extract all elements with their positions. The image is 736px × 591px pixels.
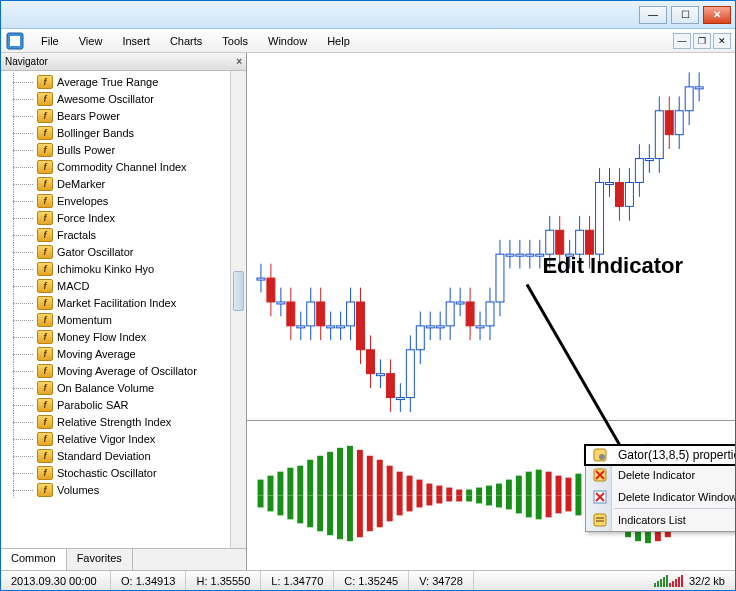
navigator-item[interactable]: fStochastic Oscillator [1,464,246,481]
indicator-icon: f [37,483,53,497]
svg-rect-106 [327,452,333,496]
svg-rect-39 [436,326,444,328]
svg-rect-142 [506,480,512,496]
indicator-icon: f [37,330,53,344]
ctx-item-properties[interactable]: Gator(13,8,5) properties... [584,444,735,466]
indicator-icon: f [37,398,53,412]
navigator-item[interactable]: fRelative Vigor Index [1,430,246,447]
status-volume: V: 34728 [409,571,474,590]
svg-rect-9 [287,302,295,326]
navigator-item[interactable]: fDeMarker [1,175,246,192]
navigator-item[interactable]: fBears Power [1,107,246,124]
svg-rect-135 [466,496,472,502]
navigator-item[interactable]: fIchimoku Kinko Hyo [1,260,246,277]
navigator-tree[interactable]: fAverage True RangefAwesome OscillatorfB… [1,71,246,548]
navigator-item[interactable]: fMomentum [1,311,246,328]
navigator-item[interactable]: fMoving Average [1,345,246,362]
navigator-item[interactable]: fMoney Flow Index [1,328,246,345]
mdi-close-button[interactable]: ✕ [713,33,731,49]
svg-rect-15 [317,302,325,326]
menu-view[interactable]: View [69,32,113,50]
navigator-scrollbar[interactable] [230,71,246,548]
navigator-item[interactable]: fBulls Power [1,141,246,158]
mdi-minimize-button[interactable]: — [673,33,691,49]
svg-rect-114 [367,456,373,496]
menu-help[interactable]: Help [317,32,360,50]
navigator-item[interactable]: fAwesome Oscillator [1,90,246,107]
chart-area[interactable]: Edit Indicator Gator(13,8,5) properties.… [247,53,735,570]
indicator-icon: f [37,296,53,310]
svg-rect-5 [267,278,275,302]
svg-rect-105 [317,496,323,532]
svg-rect-33 [406,350,414,398]
svg-rect-129 [436,496,442,504]
svg-rect-138 [486,486,492,496]
navigator-item[interactable]: fAverage True Range [1,73,246,90]
indicator-icon: f [37,228,53,242]
svg-rect-113 [357,496,363,538]
navigator-item[interactable]: fMarket Facilitation Index [1,294,246,311]
navigator-item[interactable]: fMACD [1,277,246,294]
tab-favorites[interactable]: Favorites [67,549,133,570]
indicator-icon: f [37,449,53,463]
navigator-item[interactable]: fOn Balance Volume [1,379,246,396]
navigator-item-label: Force Index [57,212,115,224]
svg-rect-140 [496,484,502,496]
navigator-item[interactable]: fMoving Average of Oscillator [1,362,246,379]
svg-rect-107 [327,496,333,536]
ctx-item-delete-window[interactable]: Delete Indicator Window [586,486,735,508]
status-datetime: 2013.09.30 00:00 [1,571,111,590]
navigator-item[interactable]: fGator Oscillator [1,243,246,260]
navigator-item[interactable]: fRelative Strength Index [1,413,246,430]
window-maximize-button[interactable]: ☐ [671,6,699,24]
svg-rect-155 [566,496,572,512]
navigator-item[interactable]: fParabolic SAR [1,396,246,413]
mdi-restore-button[interactable]: ❐ [693,33,711,49]
navigator-close-button[interactable]: × [236,56,242,67]
window-close-button[interactable]: ✕ [703,6,731,24]
navigator-item[interactable]: fBollinger Bands [1,124,246,141]
indicator-icon: f [37,143,53,157]
svg-rect-137 [476,496,482,504]
tab-common[interactable]: Common [1,549,67,570]
network-bars-icon [654,575,683,587]
menu-file[interactable]: File [31,32,69,50]
menu-insert[interactable]: Insert [112,32,160,50]
ctx-item-indicators-list[interactable]: Indicators List Ctrl+I [586,509,735,531]
indicator-icon: f [37,262,53,276]
svg-rect-133 [456,496,462,502]
svg-rect-49 [486,302,494,326]
ctx-item-delete-indicator[interactable]: Delete Indicator [586,464,735,486]
svg-rect-7 [277,302,285,304]
navigator-item[interactable]: fStandard Deviation [1,447,246,464]
navigator-item-label: Bears Power [57,110,120,122]
navigator-item-label: Momentum [57,314,112,326]
svg-rect-99 [287,496,293,520]
indicator-icon: f [37,194,53,208]
navigator-item-label: Ichimoku Kinko Hyo [57,263,154,275]
indicator-icon: f [37,211,53,225]
menu-tools[interactable]: Tools [212,32,258,50]
navigator-item[interactable]: fCommodity Channel Index [1,158,246,175]
svg-rect-125 [417,496,423,508]
svg-rect-77 [625,182,633,206]
indicators-list-icon [592,512,608,528]
svg-rect-144 [516,476,522,496]
navigator-item-label: Moving Average of Oscillator [57,365,197,377]
navigator-item[interactable]: fForce Index [1,209,246,226]
svg-rect-69 [586,230,594,254]
svg-rect-27 [376,374,384,376]
window-minimize-button[interactable]: — [639,6,667,24]
svg-rect-67 [576,230,584,254]
navigator-item[interactable]: fVolumes [1,481,246,498]
navigator-item[interactable]: fEnvelopes [1,192,246,209]
svg-rect-35 [416,326,424,350]
svg-rect-103 [307,496,313,528]
navigator-scroll-thumb[interactable] [233,271,244,311]
svg-rect-41 [446,302,454,326]
indicator-icon: f [37,126,53,140]
menu-charts[interactable]: Charts [160,32,212,50]
svg-rect-29 [386,374,394,398]
menu-window[interactable]: Window [258,32,317,50]
navigator-item[interactable]: fFractals [1,226,246,243]
